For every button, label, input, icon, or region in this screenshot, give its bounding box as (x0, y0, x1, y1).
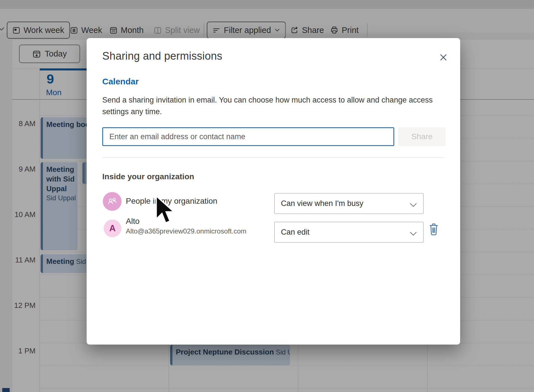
mouse-cursor (155, 195, 176, 226)
people-icon (107, 197, 118, 206)
permission-row-name: Alto (126, 217, 139, 226)
remove-permission-button[interactable] (427, 222, 441, 237)
dialog-divider (102, 157, 445, 158)
permission-row-email: Alto@a365preview029.onmicrosoft.com (126, 227, 247, 235)
email-input[interactable] (102, 127, 394, 146)
avatar-initial: A (109, 223, 116, 233)
dialog-title: Sharing and permissions (102, 50, 222, 62)
sharing-permissions-dialog: Sharing and permissions Calendar Send a … (87, 38, 460, 345)
avatar-group (103, 192, 122, 211)
permission-dropdown-organization[interactable]: Can view when I'm busy (274, 193, 424, 214)
calendar-section-link[interactable]: Calendar (102, 77, 139, 86)
org-section-title: Inside your organization (102, 172, 194, 181)
trash-icon (428, 223, 439, 236)
dialog-description: Send a sharing invitation in email. You … (102, 94, 447, 118)
chevron-down-icon (409, 201, 418, 210)
avatar-alto: A (104, 220, 121, 237)
close-dialog-button[interactable] (437, 51, 450, 64)
permission-dropdown-value: Can edit (281, 228, 310, 237)
dialog-share-button[interactable]: Share (398, 127, 446, 146)
permission-dropdown-alto[interactable]: Can edit (274, 222, 424, 243)
close-icon (439, 53, 448, 62)
chevron-down-icon (409, 230, 418, 238)
permission-dropdown-value: Can view when I'm busy (281, 199, 363, 208)
outlook-calendar-app: Work week Week Month Split view Fi (0, 0, 534, 392)
